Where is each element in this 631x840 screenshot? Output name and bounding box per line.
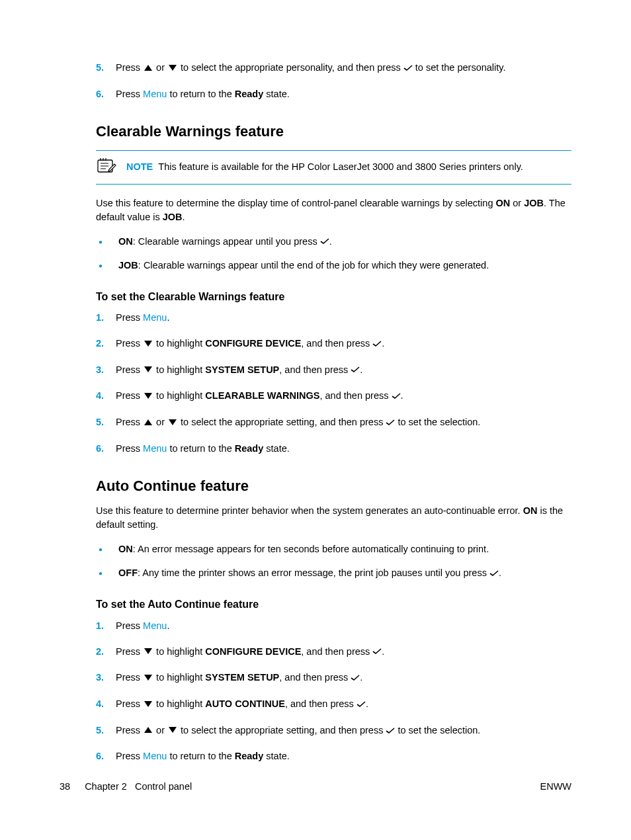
down-arrow-icon — [144, 341, 152, 347]
step-3: 3. Press to highlight SYSTEM SETUP, and … — [96, 671, 571, 685]
step-4: 4. Press to highlight CLEARABLE WARNINGS… — [96, 389, 571, 403]
auto-continue-heading: Auto Continue feature — [96, 476, 571, 497]
step-text: Press Menu to return to the Ready state. — [116, 749, 290, 763]
step-number: 3. — [96, 363, 116, 377]
down-arrow-icon — [169, 419, 177, 425]
step-text: Press to highlight CONFIGURE DEVICE, and… — [116, 645, 384, 659]
auto-bullets: ● ON: An error message appears for ten s… — [96, 542, 571, 581]
footer-right: ENWW — [540, 780, 571, 794]
check-icon — [372, 337, 382, 351]
step-3: 3. Press to highlight SYSTEM SETUP, and … — [96, 363, 571, 378]
down-arrow-icon — [144, 393, 152, 399]
clearable-bullets: ● ON: Clearable warnings appear until yo… — [96, 235, 571, 273]
step-number: 5. — [96, 724, 116, 737]
step-number: 4. — [96, 697, 116, 711]
up-arrow-icon — [144, 65, 152, 71]
down-arrow-icon — [144, 366, 152, 372]
clearable-warnings-heading: Clearable Warnings feature — [96, 121, 571, 142]
step-number: 4. — [96, 389, 116, 403]
step-1: 1. Press Menu. — [96, 619, 571, 633]
top-steps: 5. Press or to select the appropriate pe… — [96, 61, 571, 101]
step-2: 2. Press to highlight CONFIGURE DEVICE, … — [96, 645, 571, 659]
step-text: Press Menu. — [116, 619, 169, 633]
ready-label: Ready — [235, 89, 264, 99]
bullet-text: ON: Clearable warnings appear until you … — [118, 235, 332, 249]
footer-chapter: Chapter 2 Control panel — [85, 780, 192, 794]
down-arrow-icon — [144, 675, 152, 681]
step-text: Press to highlight CONFIGURE DEVICE, and… — [116, 337, 384, 351]
check-icon — [320, 235, 329, 249]
step-6: 6. Press Menu to return to the Ready sta… — [96, 87, 571, 101]
menu-label: Menu — [143, 312, 167, 323]
footer-left: 38 Chapter 2 Control panel — [60, 780, 192, 794]
up-arrow-icon — [144, 419, 152, 425]
down-arrow-icon — [144, 648, 152, 654]
down-arrow-icon — [169, 65, 177, 71]
note-icon — [96, 156, 117, 179]
page-content: 5. Press or to select the appropriate pe… — [96, 61, 571, 763]
bullet-on: ● ON: An error message appears for ten s… — [96, 542, 571, 557]
bullet-text: ON: An error message appears for ten sec… — [118, 542, 489, 556]
note-text: This feature is available for the HP Col… — [158, 161, 523, 172]
check-icon — [351, 363, 360, 377]
step-6: 6. Press Menu to return to the Ready sta… — [96, 749, 571, 763]
step-number: 6. — [96, 442, 116, 456]
step-text: Press to highlight AUTO CONTINUE, and th… — [116, 697, 368, 712]
check-icon — [372, 645, 382, 659]
note-content: NOTEThis feature is available for the HP… — [126, 160, 523, 174]
clearable-steps: 1. Press Menu. 2. Press to highlight CON… — [96, 311, 571, 456]
check-icon — [351, 671, 360, 685]
step-number: 1. — [96, 619, 116, 633]
down-arrow-icon — [144, 701, 152, 707]
auto-intro: Use this feature to determine printer be… — [96, 504, 571, 532]
menu-label: Menu — [143, 620, 167, 631]
bullet-on: ● ON: Clearable warnings appear until yo… — [96, 235, 571, 249]
check-icon — [489, 567, 499, 581]
up-arrow-icon — [144, 727, 152, 733]
step-1: 1. Press Menu. — [96, 311, 571, 325]
step-number: 6. — [96, 87, 116, 101]
step-5: 5. Press or to select the appropriate se… — [96, 724, 571, 738]
step-text: Press Menu. — [116, 311, 169, 325]
step-5: 5. Press or to select the appropriate se… — [96, 415, 571, 430]
down-arrow-icon — [169, 727, 177, 733]
clearable-subhead: To set the Clearable Warnings feature — [96, 289, 571, 304]
bullet-off: ● OFF: Any time the printer shows an err… — [96, 566, 571, 581]
step-text: Press or to select the appropriate setti… — [116, 724, 480, 738]
step-number: 2. — [96, 337, 116, 351]
bullet-icon: ● — [96, 259, 118, 273]
step-text: Press or to select the appropriate setti… — [116, 415, 480, 430]
step-2: 2. Press to highlight CONFIGURE DEVICE, … — [96, 337, 571, 351]
bullet-job: ● JOB: Clearable warnings appear until t… — [96, 259, 571, 273]
bullet-text: JOB: Clearable warnings appear until the… — [118, 259, 489, 273]
step-text: Press Menu to return to the Ready state. — [116, 87, 290, 101]
note-label: NOTE — [126, 161, 153, 172]
menu-label: Menu — [143, 443, 167, 454]
step-text: Press or to select the appropriate perso… — [116, 61, 506, 75]
step-5: 5. Press or to select the appropriate pe… — [96, 61, 571, 75]
auto-subhead: To set the Auto Continue feature — [96, 597, 571, 612]
bullet-text: OFF: Any time the printer shows an error… — [118, 566, 501, 581]
step-number: 5. — [96, 61, 116, 75]
check-icon — [392, 390, 401, 403]
step-number: 5. — [96, 415, 116, 429]
check-icon — [357, 698, 366, 712]
step-number: 2. — [96, 645, 116, 659]
step-4: 4. Press to highlight AUTO CONTINUE, and… — [96, 697, 571, 712]
step-text: Press to highlight SYSTEM SETUP, and the… — [116, 363, 362, 378]
ready-label: Ready — [235, 443, 264, 454]
step-text: Press to highlight SYSTEM SETUP, and the… — [116, 671, 362, 685]
menu-label: Menu — [143, 751, 167, 761]
step-text: Press to highlight CLEARABLE WARNINGS, a… — [116, 389, 403, 403]
step-number: 6. — [96, 749, 116, 763]
step-text: Press Menu to return to the Ready state. — [116, 442, 290, 456]
check-icon — [403, 62, 413, 75]
bullet-icon: ● — [96, 235, 118, 249]
check-icon — [386, 724, 395, 737]
menu-label: Menu — [143, 89, 167, 99]
ready-label: Ready — [235, 751, 264, 761]
bullet-icon: ● — [96, 566, 118, 581]
clearable-intro: Use this feature to determine the displa… — [96, 196, 571, 224]
auto-steps: 1. Press Menu. 2. Press to highlight CON… — [96, 619, 571, 764]
page-number: 38 — [60, 780, 70, 794]
